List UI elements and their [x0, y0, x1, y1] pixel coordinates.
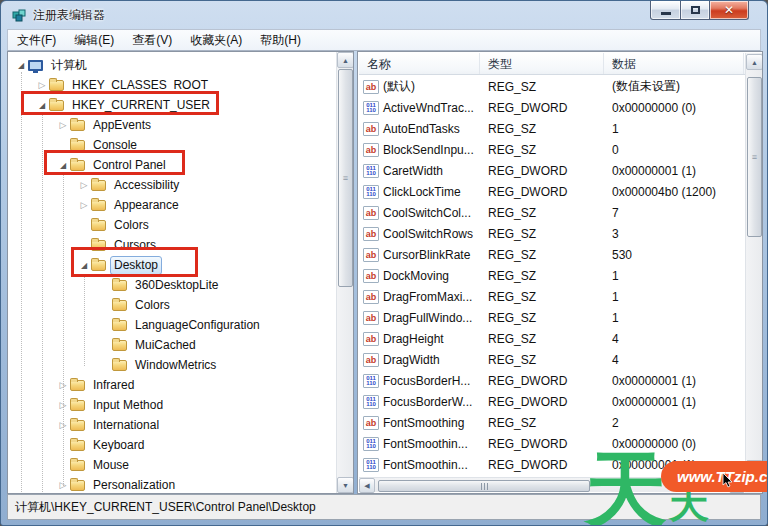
tree-expand-icon[interactable]: ▷: [56, 480, 70, 490]
registry-value-row[interactable]: DragHeight REG_SZ 4: [359, 328, 745, 349]
menu-item[interactable]: 查看(V): [123, 30, 181, 50]
value-type: REG_SZ: [480, 206, 604, 220]
registry-value-row[interactable]: CursorBlinkRate REG_SZ 530: [359, 244, 745, 265]
value-type: REG_DWORD: [480, 185, 604, 199]
registry-value-row[interactable]: ClickLockTime REG_DWORD 0x000004b0 (1200…: [359, 181, 745, 202]
registry-value-row[interactable]: FontSmoothin... REG_DWORD 0x00000001 (1): [359, 454, 745, 475]
column-header[interactable]: 数据: [604, 53, 744, 74]
registry-value-row[interactable]: FocusBorderW... REG_DWORD 0x00000001 (1): [359, 391, 745, 412]
tree-item[interactable]: Keyboard: [8, 435, 336, 455]
tree-item-label: Colors: [110, 216, 153, 235]
registry-value-row[interactable]: DragFullWindo... REG_SZ 1: [359, 307, 745, 328]
tree-item[interactable]: ◢ HKEY_CURRENT_USER: [8, 95, 336, 115]
value-type-icon: [363, 248, 379, 262]
title-bar[interactable]: 注册表编辑器 ✕: [1, 1, 767, 29]
close-button[interactable]: ✕: [710, 1, 749, 20]
registry-value-row[interactable]: DragFromMaxi... REG_SZ 1: [359, 286, 745, 307]
tree-item-label: 360DesktopLite: [131, 276, 222, 295]
registry-value-row[interactable]: FontSmoothing REG_SZ 2: [359, 412, 745, 433]
registry-tree-pane[interactable]: ◢ 计算机 ▷ HKEY_CLASSES_ROOT ◢ HKEY_CURRENT…: [7, 51, 354, 494]
tree-item-label: Colors: [131, 296, 174, 315]
tree-item[interactable]: ▷ Appearance: [8, 195, 336, 215]
tree-item[interactable]: ◢ 计算机: [8, 55, 336, 75]
tree-item[interactable]: Colors: [8, 295, 336, 315]
tree-expand-icon[interactable]: ▷: [77, 180, 91, 190]
list-scrollbar-horizontal[interactable]: ◀ ▶: [359, 477, 745, 492]
column-header[interactable]: 名称: [359, 53, 480, 74]
list-scrollbar-thumb[interactable]: ≡: [747, 77, 762, 237]
computer-icon: [28, 60, 43, 71]
folder-icon: [112, 340, 127, 351]
value-type: REG_SZ: [480, 227, 604, 241]
tree-item-label: HKEY_CLASSES_ROOT: [68, 76, 212, 95]
tree-item-label: HKEY_CURRENT_USER: [68, 96, 214, 115]
tree-expand-icon[interactable]: ▷: [56, 400, 70, 410]
tree-scrollbar-thumb[interactable]: ≡: [338, 69, 353, 287]
menu-item[interactable]: 文件(F): [8, 30, 65, 50]
scroll-right-icon[interactable]: ▶: [729, 478, 745, 493]
tree-expand-icon[interactable]: ▷: [56, 120, 70, 130]
minimize-button[interactable]: [650, 1, 681, 20]
maximize-button[interactable]: [681, 1, 710, 20]
tree-expand-icon[interactable]: ◢: [35, 101, 49, 110]
registry-value-row[interactable]: AutoEndTasks REG_SZ 1: [359, 118, 745, 139]
tree-item[interactable]: ▷ AppEvents: [8, 115, 336, 135]
column-header[interactable]: 类型: [480, 53, 604, 74]
tree-item[interactable]: LanguageConfiguration: [8, 315, 336, 335]
tree-item-label: Appearance: [110, 196, 183, 215]
scroll-up-icon[interactable]: ▲: [337, 52, 354, 68]
status-bar: 计算机\HKEY_CURRENT_USER\Control Panel\Desk…: [7, 494, 761, 520]
registry-value-row[interactable]: CaretWidth REG_DWORD 0x00000001 (1): [359, 160, 745, 181]
registry-value-row[interactable]: DockMoving REG_SZ 1: [359, 265, 745, 286]
tree-expand-icon[interactable]: ▷: [35, 80, 49, 90]
tree-expand-icon[interactable]: ◢: [56, 161, 70, 170]
tree-item[interactable]: Colors: [8, 215, 336, 235]
registry-value-row[interactable]: CoolSwitchCol... REG_SZ 7: [359, 202, 745, 223]
folder-icon: [91, 220, 106, 231]
scroll-up-icon[interactable]: ▲: [746, 54, 763, 70]
scroll-left-icon[interactable]: ◀: [359, 478, 375, 493]
registry-value-row[interactable]: CoolSwitchRows REG_SZ 3: [359, 223, 745, 244]
tree-item[interactable]: ◢ Control Panel: [8, 155, 336, 175]
tree-expand-icon[interactable]: ▷: [56, 420, 70, 430]
tree-scrollbar[interactable]: ▲ ≡ ▼: [336, 52, 353, 493]
folder-icon: [112, 360, 127, 371]
value-data: 0x00000001 (1): [604, 395, 744, 409]
tree-item[interactable]: ▷ Infrared: [8, 375, 336, 395]
tree-item[interactable]: MuiCached: [8, 335, 336, 355]
registry-value-row[interactable]: FontSmoothin... REG_DWORD 0x00000000 (0): [359, 433, 745, 454]
tree-item[interactable]: WindowMetrics: [8, 355, 336, 375]
registry-value-row[interactable]: ActiveWndTrac... REG_DWORD 0x00000000 (0…: [359, 97, 745, 118]
tree-item[interactable]: 360DesktopLite: [8, 275, 336, 295]
scroll-down-icon[interactable]: ▼: [746, 460, 763, 476]
scroll-down-icon[interactable]: ▼: [337, 477, 354, 493]
tree-item[interactable]: Cursors: [8, 235, 336, 255]
tree-item[interactable]: ▷ Accessibility: [8, 175, 336, 195]
tree-item[interactable]: ▷ International: [8, 415, 336, 435]
list-scrollbar-h-thumb[interactable]: [378, 480, 590, 492]
tree-item[interactable]: ▷ Personalization: [8, 475, 336, 494]
tree-item[interactable]: Mouse: [8, 455, 336, 475]
registry-value-row[interactable]: FocusBorderH... REG_DWORD 0x00000001 (1): [359, 370, 745, 391]
value-type: REG_DWORD: [480, 101, 604, 115]
tree-expand-icon[interactable]: ▷: [56, 380, 70, 390]
menu-item[interactable]: 编辑(E): [65, 30, 123, 50]
value-name: (默认): [383, 78, 415, 95]
tree-expand-icon[interactable]: ◢: [77, 261, 91, 270]
registry-value-row[interactable]: (默认) REG_SZ (数值未设置): [359, 76, 745, 97]
list-scrollbar-vertical[interactable]: ▲ ≡ ▼: [745, 53, 762, 477]
registry-value-row[interactable]: DragWidth REG_SZ 4: [359, 349, 745, 370]
tree-item[interactable]: Console: [8, 135, 336, 155]
tree-item[interactable]: ◢ Desktop: [8, 255, 336, 275]
menu-item[interactable]: 收藏夹(A): [181, 30, 251, 50]
menu-bar: 文件(F) 编辑(E) 查看(V) 收藏夹(A) 帮助(H): [7, 29, 761, 51]
value-type-icon: [363, 269, 379, 283]
registry-value-row[interactable]: BlockSendInpu... REG_SZ 0: [359, 139, 745, 160]
tree-expand-icon[interactable]: ▷: [77, 200, 91, 210]
tree-item[interactable]: ▷ Input Method: [8, 395, 336, 415]
tree-expand-icon[interactable]: ◢: [14, 61, 28, 70]
tree-item-label: Accessibility: [110, 176, 183, 195]
registry-values-pane[interactable]: 名称 类型 数据 (默认) REG_SZ (数值未设置) ActiveWndTr…: [357, 51, 763, 494]
menu-item[interactable]: 帮助(H): [251, 30, 310, 50]
tree-item[interactable]: ▷ HKEY_CLASSES_ROOT: [8, 75, 336, 95]
